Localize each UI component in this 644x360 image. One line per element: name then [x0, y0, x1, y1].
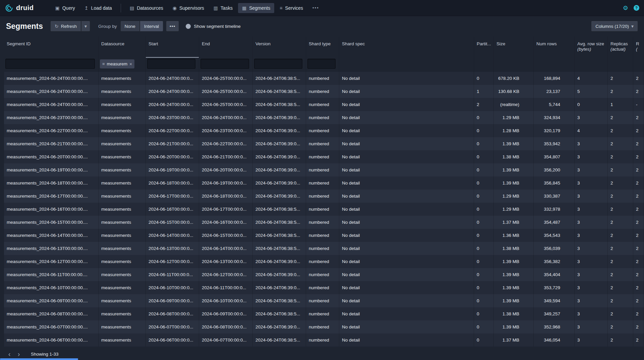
table-row[interactable]: measurements_2024-06-20T00:00:00....meas… — [4, 150, 644, 163]
cell-version: 2024-06-24T06:38:5... — [253, 229, 306, 242]
columns-button[interactable]: Columns (17/20) ▾ — [591, 21, 638, 32]
cell-version: 2024-06-24T06:38:5... — [253, 307, 306, 320]
column-header-size[interactable]: Size — [494, 37, 534, 58]
table-row[interactable]: measurements_2024-06-06T00:00:00....meas… — [4, 333, 644, 347]
table-row[interactable]: measurements_2024-06-24T00:00:00....meas… — [4, 98, 644, 111]
cell-replicas: 2 — [608, 216, 633, 229]
cell-avg-row-size: 3 — [575, 255, 608, 268]
table-row[interactable]: measurements_2024-06-07T00:00:00....meas… — [4, 320, 644, 333]
column-header-cutoff[interactable]: R( — [633, 37, 644, 58]
remove-filter-icon[interactable]: × — [129, 61, 132, 67]
cell-partition: 0 — [474, 163, 494, 176]
refresh-button[interactable]: ↻ Refresh — [50, 21, 81, 32]
table-row[interactable]: measurements_2024-06-22T00:00:00....meas… — [4, 124, 644, 137]
cell-datasource: measurements — [99, 216, 146, 229]
showing-count-label: Showing 1-33 — [31, 352, 59, 357]
gear-icon[interactable]: ⚙ — [623, 5, 628, 11]
cell-num-rows: 346,054 — [534, 333, 575, 347]
cell-start: 2024-06-22T00:00:0... — [146, 124, 199, 137]
column-header-partition[interactable]: Partit... — [474, 37, 494, 58]
column-header-version[interactable]: Version — [253, 37, 306, 58]
nav-more-button[interactable]: ••• — [308, 3, 323, 13]
cell-avg-row-size: 3 — [575, 150, 608, 163]
cell-num-rows: 349,257 — [534, 307, 575, 320]
cell-partition: 0 — [474, 242, 494, 255]
column-header-end[interactable]: End — [199, 37, 253, 58]
table-row[interactable]: measurements_2024-06-23T00:00:00....meas… — [4, 111, 644, 124]
previous-page-button[interactable]: ‹ — [5, 349, 14, 359]
column-header-segment-id[interactable]: Segment ID — [4, 37, 99, 58]
cell-num-rows: 356,200 — [534, 163, 575, 176]
datasource-filter-tag[interactable]: ≡ measurem × — [100, 59, 134, 68]
segment-id-filter-input[interactable] — [5, 59, 95, 69]
shard-type-filter-input[interactable] — [307, 59, 336, 69]
nav-divider — [121, 4, 121, 12]
nav-item-datasources[interactable]: ▤ Datasources — [126, 3, 167, 13]
table-row[interactable]: measurements_2024-06-08T00:00:00....meas… — [4, 307, 644, 320]
cell-shard-spec: No detail — [339, 281, 474, 294]
cell-end: 2024-06-25T00:00:0... — [199, 72, 253, 85]
help-icon[interactable]: ? — [634, 5, 639, 11]
table-row[interactable]: measurements_2024-06-16T00:00:00....meas… — [4, 203, 644, 216]
column-header-shard-spec[interactable]: Shard spec — [339, 37, 474, 58]
table-row[interactable]: measurements_2024-06-21T00:00:00....meas… — [4, 137, 644, 150]
cell-version: 2024-06-24T06:39:0... — [253, 150, 306, 163]
cell-replicas: 2 — [608, 294, 633, 307]
header-more-button[interactable]: ••• — [166, 21, 179, 32]
group-by-none-button[interactable]: None — [120, 21, 140, 32]
group-interval-label: Interval — [144, 24, 159, 29]
cell-end: 2024-06-07T00:00:0... — [199, 333, 253, 347]
nav-item-services[interactable]: ≡ Services — [276, 3, 307, 13]
nav-label: Segments — [249, 5, 270, 11]
next-page-button[interactable]: › — [14, 349, 23, 359]
nav-item-segments[interactable]: ▦ Segments — [238, 3, 274, 13]
cell-replicas: 2 — [608, 150, 633, 163]
cell-num-rows: 320,179 — [534, 124, 575, 137]
app-logo[interactable]: druid — [5, 4, 34, 12]
nav-item-load-data[interactable]: ↥ Load data — [80, 3, 116, 13]
column-header-shard-type[interactable]: Shard type — [306, 37, 339, 58]
cell-start: 2024-06-13T00:00:0... — [146, 242, 199, 255]
end-filter-input[interactable] — [200, 59, 249, 69]
cell-size: 1.39 MB — [494, 320, 534, 333]
table-row[interactable]: measurements_2024-06-10T00:00:00....meas… — [4, 281, 644, 294]
cell-replicas: 2 — [608, 137, 633, 150]
cell-num-rows: 353,942 — [534, 137, 575, 150]
table-row[interactable]: measurements_2024-06-14T00:00:00....meas… — [4, 229, 644, 242]
table-row[interactable]: measurements_2024-06-24T00:00:00....meas… — [4, 85, 644, 98]
table-row[interactable]: measurements_2024-06-15T00:00:00....meas… — [4, 216, 644, 229]
segment-timeline-toggle[interactable] — [186, 24, 191, 29]
table-row[interactable]: measurements_2024-06-17T00:00:00....meas… — [4, 190, 644, 203]
start-filter-input[interactable] — [147, 59, 195, 69]
cell-size: 1.39 MB — [494, 176, 534, 190]
table-row[interactable]: measurements_2024-06-18T00:00:00....meas… — [4, 176, 644, 190]
nav-item-tasks[interactable]: ▥ Tasks — [210, 3, 237, 13]
nav-label: Services — [285, 5, 303, 11]
table-row[interactable]: measurements_2024-06-24T00:00:00....meas… — [4, 72, 644, 85]
cell-shard-spec: No detail — [339, 124, 474, 137]
table-row[interactable]: measurements_2024-06-09T00:00:00....meas… — [4, 294, 644, 307]
column-header-datasource[interactable]: Datasource — [99, 37, 146, 58]
column-header-num-rows[interactable]: Num rows — [534, 37, 575, 58]
refresh-interval-dropdown-button[interactable]: ▾ — [81, 21, 90, 32]
table-row[interactable]: measurements_2024-06-13T00:00:00....meas… — [4, 242, 644, 255]
group-by-interval-button[interactable]: Interval — [140, 21, 163, 32]
cell-datasource: measurements — [99, 85, 146, 98]
column-header-avg-row-size[interactable]: Avg. row size(bytes) — [575, 37, 608, 58]
column-header-replicas[interactable]: Replicas(actual) — [608, 37, 633, 58]
cell-partition: 0 — [474, 203, 494, 216]
chevron-down-icon: ▾ — [631, 24, 634, 29]
table-row[interactable]: measurements_2024-06-12T00:00:00....meas… — [4, 255, 644, 268]
nav-item-query[interactable]: ▣ Query — [51, 3, 79, 13]
cell-extra: 2 — [633, 72, 644, 85]
version-filter-input[interactable] — [254, 59, 302, 69]
table-row[interactable]: measurements_2024-06-19T00:00:00....meas… — [4, 163, 644, 176]
cell-version: 2024-06-24T06:38:5... — [253, 98, 306, 111]
cell-replicas: 2 — [608, 203, 633, 216]
column-header-start[interactable]: Start — [146, 37, 199, 58]
horizontal-scrollbar-thumb[interactable] — [0, 358, 78, 360]
table-row[interactable]: measurements_2024-06-11T00:00:00....meas… — [4, 268, 644, 281]
nav-item-supervisors[interactable]: ◉ Supervisors — [169, 3, 208, 13]
cell-partition: 0 — [474, 307, 494, 320]
cell-avg-row-size: 3 — [575, 307, 608, 320]
